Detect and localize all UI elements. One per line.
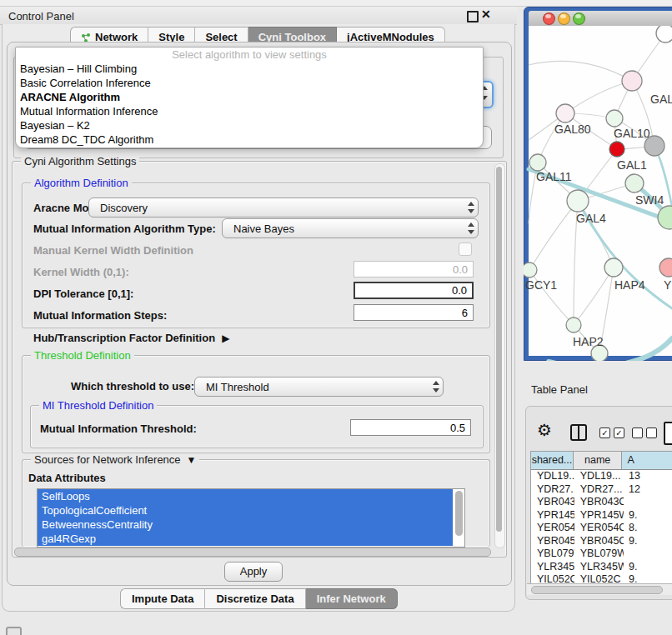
zoom-traffic-light-icon[interactable] — [573, 12, 585, 25]
kernel-width-field[interactable]: 0.0 — [354, 261, 474, 278]
algorithm-dropdown-list: Select algorithm to view settings Bayesi… — [15, 47, 484, 148]
table-header-row: shared... name A — [531, 452, 672, 470]
cell-shared-name: YBL079W — [531, 548, 574, 561]
table-body: YDL19... YDL19... 13 YDR27... YDR27... 1… — [531, 470, 672, 587]
node-pink[interactable] — [659, 258, 672, 277]
cell-value: 9. — [624, 535, 672, 548]
node-gal11[interactable] — [529, 154, 546, 171]
settings-group-title: Cyni Algorithm Settings — [21, 155, 139, 168]
dropdown-item-highlighted[interactable]: ARACNE Algorithm — [16, 90, 483, 104]
node-hap4[interactable] — [604, 258, 623, 277]
node-swi4[interactable] — [625, 174, 644, 192]
list-item[interactable]: gal4RGexp — [38, 532, 453, 546]
cell-shared-name: YPR145W — [531, 509, 574, 522]
list-scrollbar-thumb[interactable] — [455, 491, 463, 536]
node-hap2[interactable] — [566, 318, 581, 332]
table-row[interactable]: YPR145W YPR145W 9. — [531, 509, 672, 522]
node-label: GAL10 — [614, 127, 650, 140]
table-row[interactable]: YLR345W YLR345W 9. — [531, 561, 672, 574]
manual-kernel-checkbox[interactable] — [459, 242, 472, 256]
settings-scrollbar-thumb[interactable] — [496, 167, 502, 532]
table-row[interactable]: YBR045C YBR045C 9. — [531, 535, 672, 548]
node[interactable] — [656, 26, 672, 42]
mi-steps-label: Mutual Information Steps: — [33, 309, 167, 322]
cell-name: YER054C — [574, 522, 624, 535]
minimize-traffic-light-icon[interactable] — [558, 12, 570, 25]
column-header-name[interactable]: name — [574, 452, 623, 469]
close-icon[interactable]: ✕ — [481, 8, 491, 21]
chevron-right-icon: ▶ — [222, 332, 229, 344]
minimized-panel-icon[interactable] — [6, 627, 22, 635]
column-header-partial[interactable]: A — [622, 452, 672, 469]
table-row[interactable]: YBL079W YBL079W — [531, 548, 672, 561]
dropdown-item[interactable]: Bayesian – Hill Climbing — [16, 62, 483, 76]
select-all-columns-button[interactable]: ✓ ✓ — [599, 428, 624, 438]
apply-button[interactable]: Apply — [224, 562, 283, 582]
dropdown-item[interactable]: Bayesian – K2 — [16, 118, 483, 132]
cell-shared-name: YBR043C — [531, 496, 574, 509]
tab-discretize-data[interactable]: Discretize Data — [205, 588, 305, 609]
checked-checkbox-icon: ✓ — [599, 428, 610, 438]
mi-type-combobox[interactable]: Naive Bayes — [222, 218, 479, 238]
list-item[interactable]: SelfLoops — [38, 489, 453, 503]
table-row[interactable]: YDR27... YDR27... 12 — [531, 483, 672, 497]
split-view-icon[interactable] — [570, 424, 587, 441]
dropdown-item[interactable]: Dream8 DC_TDC Algorithm — [16, 132, 483, 147]
cell-value — [624, 496, 672, 509]
cell-value: 8. — [624, 522, 672, 535]
chevron-down-icon[interactable]: ▼ — [187, 454, 197, 466]
column-header-shared-name[interactable]: shared... — [531, 452, 574, 469]
cell-value: 12 — [624, 483, 672, 497]
mi-threshold-field[interactable]: 0.5 — [350, 419, 471, 436]
app-root: Control Panel ✕ Network Style Select Cyn… — [0, 0, 672, 635]
cell-shared-name: YDL19... — [531, 470, 574, 483]
node-gal80[interactable] — [556, 104, 574, 122]
settings-scrollbar-track[interactable] — [494, 163, 505, 548]
node-label: GAL1 — [617, 158, 647, 172]
cell-name: YBL079W — [574, 548, 624, 561]
dropdown-placeholder: Select algorithm to view settings — [16, 48, 483, 62]
node-gal1-selected[interactable] — [609, 142, 624, 157]
node-label: GAL11 — [536, 170, 572, 183]
cell-value: 13 — [624, 470, 672, 483]
node-gal7[interactable] — [622, 71, 642, 91]
table-hscrollbar-track[interactable] — [527, 583, 672, 595]
table-row[interactable]: YER054C YER054C 8. — [531, 522, 672, 535]
aracne-mode-combobox[interactable]: Discovery — [88, 198, 479, 218]
node-gal4[interactable] — [567, 190, 589, 212]
combo-arrows-icon — [429, 378, 443, 396]
mi-steps-field[interactable]: 6 — [354, 304, 474, 321]
attr-list-items: SelfLoopsTopologicalCoefficientBetweenne… — [38, 489, 453, 546]
deselect-all-columns-button[interactable] — [632, 428, 657, 438]
node-gcy1[interactable] — [524, 262, 537, 278]
settings-hscrollbar-thumb[interactable] — [14, 548, 491, 557]
unchecked-checkbox-icon — [632, 428, 643, 438]
unchecked-checkbox-icon — [646, 428, 657, 438]
cell-value — [624, 548, 672, 561]
node-gal10[interactable] — [606, 110, 623, 127]
tab-infer-network[interactable]: Infer Network — [306, 588, 398, 609]
node-label: GAL80 — [554, 122, 591, 136]
cell-shared-name: YDR27... — [531, 483, 574, 497]
table-hscrollbar-thumb[interactable] — [531, 586, 663, 594]
network-node-labels: GAL GAL80 GAL10 GAL1 GAL11 SWI4 GAL4 GCY… — [525, 92, 672, 348]
dpi-tolerance-field[interactable]: 0.0 — [354, 282, 474, 299]
top-strip — [0, 0, 672, 7]
list-item[interactable]: TopologicalCoefficient — [38, 503, 453, 518]
new-table-icon[interactable] — [664, 422, 672, 445]
table-row[interactable]: YBR043C YBR043C — [531, 496, 672, 509]
dropdown-item[interactable]: Basic Correlation Inference — [16, 76, 483, 90]
hub-definition-expander[interactable]: Hub/Transcription Factor Definition ▶ — [33, 332, 229, 344]
node-label: Y — [664, 278, 672, 292]
float-window-icon[interactable] — [467, 11, 479, 22]
combo-arrows-icon — [464, 219, 478, 238]
list-item[interactable]: BetweennessCentrality — [38, 518, 453, 532]
data-attributes-label: Data Attributes — [28, 472, 106, 484]
cell-name: YLR345W — [574, 561, 624, 574]
table-row[interactable]: YDL19... YDL19... 13 — [531, 470, 672, 483]
tab-impute-data[interactable]: Impute Data — [120, 588, 205, 609]
dropdown-item[interactable]: Mutual Information Inference — [16, 104, 483, 118]
which-threshold-combobox[interactable]: MI Threshold — [194, 377, 444, 397]
gear-icon[interactable]: ⚙ — [537, 420, 552, 440]
close-traffic-light-icon[interactable] — [543, 12, 555, 25]
